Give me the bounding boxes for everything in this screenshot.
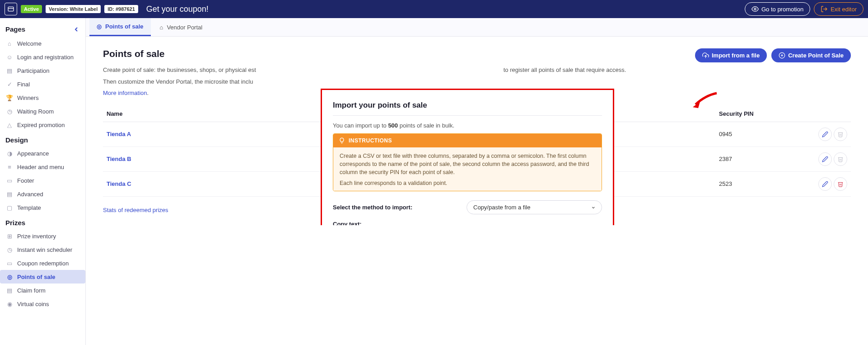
check-icon: ✓ [5,80,14,88]
import-method-row: Select the method to import: Copy/paste … [333,200,602,214]
sidebar-collapse-button[interactable] [73,26,80,33]
create-point-of-sale-button[interactable]: Create Point of Sale [771,48,851,62]
sidebar-item-final[interactable]: ✓Final [0,77,85,91]
trash-icon [837,131,844,137]
sidebar-item-prize-inventory[interactable]: ⊞Prize inventory [0,229,85,243]
version-badge: Version: White Label [46,5,101,13]
svg-point-1 [754,8,756,10]
sidebar-item-label: Waiting Room [17,108,54,115]
sidebar-item-label: Advanced [17,191,43,198]
template-icon: ▢ [5,203,14,212]
chevron-left-icon [73,26,80,33]
sidebar-item-label: Login and registration [17,54,74,61]
exit-editor-label: Exit editor [831,6,857,13]
sidebar-item-label: Winners [17,95,39,101]
sidebar-item-expired[interactable]: △Expired promotion [0,118,85,132]
sidebar-item-instant-win[interactable]: ◷Instant win scheduler [0,243,85,256]
sidebar-header: Pages [0,23,85,37]
sidebar-item-welcome[interactable]: ⌂Welcome [0,37,85,50]
sidebar-item-label: Points of sale [17,274,56,280]
sidebar-item-appearance[interactable]: ◑Appearance [0,147,85,160]
sidebar-item-points-of-sale[interactable]: ◎Points of sale [0,270,85,284]
sidebar-item-waiting-room[interactable]: ◷Waiting Room [0,104,85,118]
instructions-panel: INSTRUCTIONS Create a CSV or text file w… [333,133,602,191]
app-logo[interactable] [5,3,17,15]
sidebar-item-participation[interactable]: ▤Participation [0,64,85,77]
tab-points-of-sale[interactable]: ◎ Points of sale [89,18,151,36]
pencil-icon [822,131,828,137]
page-header-title: Get your coupon! [146,5,209,14]
sidebar-item-label: Appearance [17,150,49,157]
pos-pin: 0945 [715,122,806,147]
user-icon: ☺ [5,53,14,61]
sidebar-item-claim-form[interactable]: ▤Claim form [0,284,85,297]
create-button-label: Create Point of Sale [788,52,844,59]
instructions-body: Create a CSV or text file with three col… [333,147,602,191]
sidebar-item-label: Coupon redemption [17,260,69,267]
more-information-link[interactable]: More information [103,90,147,96]
cloud-upload-icon [702,52,709,59]
form-icon: ▤ [5,286,14,294]
content-area: Points of sale Import from a file Create… [86,37,868,225]
import-method-select[interactable]: Copy/paste from a file [467,200,602,214]
import-from-file-button[interactable]: Import from a file [695,48,767,62]
plus-circle-icon [779,52,785,59]
alert-icon: △ [5,121,14,129]
sidebar-item-label: Participation [17,67,50,74]
pos-pin: 2523 [715,171,806,196]
tab-vendor-portal[interactable]: ⌂ Vendor Portal [153,18,210,36]
go-to-promotion-button[interactable]: Go to promotion [745,2,810,16]
pin-icon: ◎ [5,273,14,281]
main-area: ◎ Points of sale ⌂ Vendor Portal Points … [86,18,868,345]
delete-button[interactable] [834,128,847,141]
annotation-arrow [692,91,719,109]
sidebar-item-label: Final [17,81,30,88]
store-icon: ⌂ [160,24,163,31]
go-to-promotion-label: Go to promotion [761,6,803,13]
stats-redeemed-link[interactable]: Stats of redeemed prizes [103,207,168,213]
edit-button[interactable] [818,177,832,191]
edit-button[interactable] [818,152,832,166]
sidebar: Pages ⌂Welcome ☺Login and registration ▤… [0,18,86,345]
sidebar-item-header-menu[interactable]: ≡Header and menu [0,160,85,174]
tab-label: Vendor Portal [167,24,202,31]
sidebar-prizes-title: Prizes [0,214,85,229]
svg-rect-0 [8,7,14,11]
sidebar-item-footer[interactable]: ▭Footer [0,174,85,187]
sidebar-item-label: Footer [17,177,34,184]
id-badge: ID: #987621 [104,5,138,13]
coin-icon: ◉ [5,300,14,308]
sidebar-item-label: Welcome [17,40,42,47]
clock-icon: ◷ [5,107,14,115]
edit-button[interactable] [818,128,832,141]
sidebar-item-virtual-coins[interactable]: ◉Virtual coins [0,297,85,311]
pos-pin: 2387 [715,147,806,171]
sidebar-item-winners[interactable]: 🏆Winners [0,91,85,104]
instructions-header: INSTRUCTIONS [333,134,602,147]
gift-icon: ⊞ [5,232,14,240]
lightbulb-icon [339,137,345,144]
sidebar-item-label: Expired promotion [17,122,65,128]
description-line-2: Then customize the Vendor Portal, the mi… [103,77,851,86]
instructions-title: INSTRUCTIONS [349,137,392,144]
exit-editor-button[interactable]: Exit editor [814,2,863,16]
ticket-icon: ▭ [5,259,14,267]
tab-label: Points of sale [105,23,144,30]
pencil-icon [822,181,828,187]
delete-button[interactable] [834,152,847,166]
sidebar-item-label: Header and menu [17,164,64,170]
layers-icon: ▤ [5,190,14,198]
delete-button[interactable] [834,177,847,191]
tabs-bar: ◎ Points of sale ⌂ Vendor Portal [86,18,868,37]
description-line-1: Create point of sale: the businesses, sh… [103,66,851,75]
sidebar-item-coupon-redemption[interactable]: ▭Coupon redemption [0,256,85,270]
status-badge: Active [21,5,42,13]
file-icon: ▤ [5,66,14,75]
sidebar-item-label: Claim form [17,287,46,294]
sidebar-item-template[interactable]: ▢Template [0,201,85,214]
sidebar-item-advanced[interactable]: ▤Advanced [0,187,85,201]
sidebar-item-login[interactable]: ☺Login and registration [0,50,85,64]
menu-icon: ≡ [5,163,14,171]
sidebar-design-title: Design [0,132,85,147]
pin-icon: ◎ [97,23,102,30]
